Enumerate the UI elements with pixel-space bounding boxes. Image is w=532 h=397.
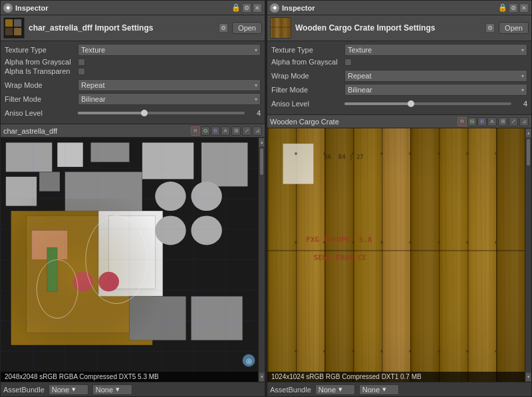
left-assetbundle-dropdown2[interactable]: None ▾ [92, 384, 132, 395]
left-settings: Texture Type Texture ▾ Alpha from Graysc… [1, 41, 265, 124]
left-a-channel-button[interactable]: A [221, 126, 230, 136]
right-checkerboard-button[interactable]: ⊞ [498, 117, 507, 126]
left-wrap-mode-value: Repeat [81, 81, 104, 89]
right-image-title: Wooden Cargo Crate [270, 118, 455, 126]
right-alpha-grayscale-checkbox[interactable] [344, 59, 352, 66]
left-texture-type-value: Texture [81, 46, 105, 54]
right-close-button[interactable]: ✕ [519, 3, 529, 13]
svg-rect-1 [5, 19, 13, 27]
gear-icon-right: ⚙ [511, 5, 516, 11]
right-image-controls: R G B A ⊞ ⤢ ⊿ [458, 117, 529, 126]
left-aniso-track[interactable] [78, 112, 245, 114]
svg-rect-2 [14, 19, 21, 27]
right-settings-button[interactable]: ⚙ [509, 3, 518, 13]
unity-icon-right: ◈ [273, 5, 277, 11]
right-aniso-track[interactable] [344, 102, 511, 105]
right-aniso-row: Aniso Level 4 [271, 98, 527, 110]
right-panel: ◈ Inspector 🔒 ⚙ ✕ Wooden Carg [267, 0, 532, 397]
left-header-icons: 🔒 ⚙ ✕ [231, 3, 262, 13]
right-channel-buttons: R G B A [458, 117, 497, 126]
left-settings-button[interactable]: ⚙ [242, 3, 251, 13]
left-assetbundle-dropdown1[interactable]: None ▾ [49, 384, 88, 395]
right-texture-type-label: Texture Type [271, 46, 344, 54]
right-assetbundle-arrow2: ▾ [382, 385, 386, 394]
right-assetbundle-dropdown2[interactable]: None ▾ [359, 384, 399, 395]
right-open-button[interactable]: Open [499, 22, 529, 34]
left-image-canvas[interactable]: 2048x2048 sRGB RGBA Compressed DXT5 5.3 … [1, 138, 258, 382]
left-alpha-grayscale-checkbox[interactable] [78, 59, 85, 66]
right-wrap-mode-dropdown[interactable]: Repeat ▾ [344, 70, 527, 82]
right-thumb-svg [271, 17, 291, 39]
right-panel-title: Inspector [282, 4, 495, 12]
right-scroll-up[interactable]: ▴ [525, 128, 531, 138]
right-assetbundle-value1: None [319, 386, 336, 394]
left-aniso-thumb[interactable] [141, 110, 148, 116]
left-scroll-thumb[interactable] [260, 148, 263, 175]
left-panel-title: Inspector [15, 4, 229, 12]
unity-icon-left: ◈ [6, 5, 10, 11]
left-open-button[interactable]: Open [232, 22, 262, 34]
left-close-button[interactable]: ✕ [253, 3, 262, 13]
left-scroll-track[interactable] [259, 147, 265, 372]
right-texture-type-value: Texture [348, 46, 372, 54]
right-asset-info: Wooden Cargo Crate Import Settings ⚙ Ope… [267, 15, 531, 41]
right-header-icons: 🔒 ⚙ ✕ [498, 3, 529, 13]
svg-rect-12 [271, 27, 291, 28]
left-scroll-down[interactable]: ▾ [259, 372, 265, 382]
right-wood-canvas [267, 128, 525, 382]
left-alpha-transparent-checkbox[interactable] [78, 68, 85, 75]
left-aniso-value: 4 [247, 109, 261, 117]
right-texture-type-dropdown[interactable]: Texture ▾ [344, 44, 527, 56]
left-image-controls: R G B A ⊞ ⤢ ⊿ [191, 126, 262, 136]
left-filter-mode-dropdown[interactable]: Bilinear ▾ [78, 93, 261, 105]
right-filter-mode-arrow: ▾ [521, 87, 524, 93]
left-g-channel-button[interactable]: G [201, 126, 210, 136]
right-assetbundle-arrow1: ▾ [338, 385, 342, 394]
left-wrap-mode-arrow: ▾ [255, 82, 257, 88]
right-g-channel-button[interactable]: G [467, 117, 477, 126]
right-filter-mode-value: Bilinear [348, 86, 372, 94]
right-texture-type-arrow: ▾ [521, 47, 524, 53]
right-scroll-thumb[interactable] [527, 139, 530, 166]
right-filter-mode-dropdown[interactable]: Bilinear ▾ [344, 84, 527, 96]
right-r-channel-button[interactable]: R [458, 117, 467, 126]
right-image-canvas[interactable]: 1024x1024 sRGB RGB Compressed DXT1 0.7 M… [267, 128, 525, 382]
right-scroll-down[interactable]: ▾ [525, 372, 531, 382]
right-b-channel-button[interactable]: B [477, 117, 487, 126]
left-maximize-button[interactable]: ⤢ [242, 126, 251, 136]
left-r-channel-button[interactable]: R [191, 126, 200, 136]
left-corner-button[interactable]: ⊿ [253, 126, 262, 136]
right-scroll-track[interactable] [525, 138, 531, 372]
left-checkerboard-button[interactable]: ⊞ [231, 126, 241, 136]
left-lock-button[interactable]: 🔒 [231, 3, 241, 12]
right-texture-type-row: Texture Type Texture ▾ [271, 44, 527, 56]
left-scroll-up[interactable]: ▴ [259, 138, 265, 147]
right-scrollbar: ▴ ▾ [525, 128, 531, 382]
right-image-info: 1024x1024 sRGB RGB Compressed DXT1 0.7 M… [267, 372, 525, 382]
right-maximize-button[interactable]: ⤢ [509, 117, 518, 126]
left-texture-type-dropdown[interactable]: Texture ▾ [78, 44, 261, 56]
right-image-header: Wooden Cargo Crate R G B A ⊞ ⤢ ⊿ [267, 115, 531, 128]
left-filter-mode-row: Filter Mode Bilinear ▾ [5, 93, 261, 105]
right-bottom-bar: AssetBundle None ▾ None ▾ [267, 382, 531, 396]
right-a-channel-button[interactable]: A [487, 117, 497, 126]
left-b-channel-button[interactable]: B [211, 126, 220, 136]
right-asset-name: Wooden Cargo Crate Import Settings [295, 23, 481, 33]
left-assetbundle-value2: None [96, 386, 113, 394]
right-assetbundle-dropdown1[interactable]: None ▾ [315, 384, 355, 395]
left-asset-info: char_astrella_dff Import Settings ⚙ Open [1, 15, 265, 41]
right-aniso-slider-container: 4 [344, 100, 527, 108]
left-alpha-transparent-label: Alpha Is Transparen [5, 67, 78, 75]
right-aniso-thumb[interactable] [408, 100, 414, 107]
left-assetbundle-arrow1: ▾ [72, 385, 76, 394]
right-filter-mode-row: Filter Mode Bilinear ▾ [271, 84, 527, 96]
right-corner-button[interactable]: ⊿ [519, 117, 529, 126]
right-panel-header: ◈ Inspector 🔒 ⚙ ✕ [267, 1, 531, 15]
right-lock-button[interactable]: 🔒 [498, 3, 507, 12]
left-wrap-mode-dropdown[interactable]: Repeat ▾ [78, 79, 261, 91]
left-panel: ◈ Inspector 🔒 ⚙ ✕ char_astrella_dff Im [0, 0, 265, 397]
left-aniso-fill [78, 112, 144, 114]
svg-rect-4 [14, 28, 21, 35]
left-asset-thumbnail [3, 17, 25, 39]
left-image-header: char_astrella_dff R G B A ⊞ ⤢ ⊿ [1, 124, 265, 138]
